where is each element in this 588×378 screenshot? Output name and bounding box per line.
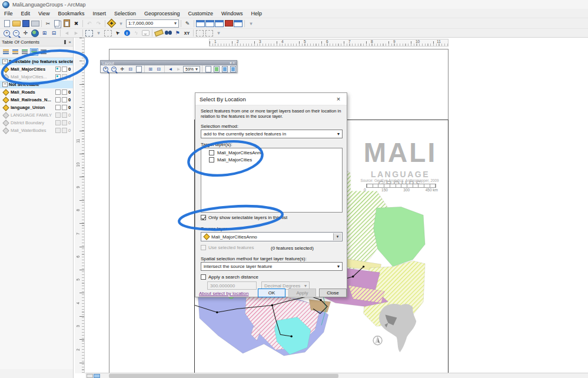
toolbar-menu-icon[interactable]: ▾ [230, 61, 231, 65]
toc-layer-district-boundary[interactable]: District Boundary 0 [0, 119, 73, 127]
toc-layer-language-union[interactable]: language_Union 0 [0, 104, 73, 111]
zoom-out-icon[interactable]: − [12, 29, 21, 37]
list-by-visibility-icon[interactable] [21, 48, 29, 56]
toc-layer-mali-waterbodies[interactable]: Mali_WaterBodies 0 [0, 127, 73, 134]
selection-toggle-icon[interactable] [55, 89, 61, 95]
list-by-drawing-order-icon[interactable] [2, 48, 10, 56]
next-extent-icon[interactable]: ► [175, 66, 182, 72]
menu-help[interactable]: Help [247, 11, 267, 16]
new-document-icon[interactable] [2, 19, 11, 28]
previous-extent-icon[interactable]: ◄ [167, 66, 174, 72]
select-features-dropdown-icon[interactable]: ▾ [94, 29, 103, 37]
selection-toggle-icon[interactable] [55, 105, 61, 110]
selection-toggle-icon[interactable] [55, 97, 61, 102]
toolbar-close-icon[interactable]: × [232, 61, 235, 65]
layout-fixed-zoom-in-icon[interactable]: ⊞ [147, 66, 154, 72]
map-scale-combo[interactable]: 1:7,000,000 ▾ [126, 19, 179, 28]
data-driven-pages-icon[interactable] [229, 66, 237, 72]
dialog-titlebar[interactable]: Select By Location × [195, 93, 347, 105]
focus-data-frame-icon[interactable] [212, 66, 220, 72]
auto-hide-pin-icon[interactable] [64, 40, 66, 44]
go-forward-extent-icon[interactable]: ► [72, 29, 81, 37]
fixed-zoom-out-icon[interactable]: ⊟ [49, 29, 58, 37]
spatial-method-combo[interactable]: intersect the source layer feature ▾ [201, 262, 343, 271]
undo-icon[interactable]: ↶ [85, 19, 94, 28]
arctoolbox-icon[interactable] [224, 19, 233, 28]
full-extent-icon[interactable] [31, 29, 39, 37]
layer-checkbox[interactable] [209, 157, 214, 163]
combo-dropdown-button[interactable]: ▾ [333, 233, 341, 240]
only-show-selectable-row[interactable]: Only show selectable layers in this list [201, 215, 287, 220]
selection-toggle-icon[interactable] [55, 74, 61, 79]
layer-checkbox[interactable] [209, 150, 214, 155]
magnifier-window-icon[interactable] [205, 29, 214, 37]
menu-windows[interactable]: Windows [217, 11, 247, 16]
zoom-100-icon[interactable] [135, 66, 142, 72]
zoom-whole-page-icon[interactable]: ⊟ [127, 66, 134, 72]
selection-method-combo[interactable]: add to the currently selected features i… [201, 130, 343, 138]
cut-icon[interactable]: ✂ [44, 19, 52, 28]
scrollbar-thumb[interactable] [109, 374, 338, 378]
identify-icon[interactable]: i [122, 29, 131, 37]
collapse-icon[interactable]: − [2, 82, 8, 87]
target-layer-item[interactable]: Mali_MajorCities [209, 157, 342, 163]
toc-layer-mali-majorcities[interactable]: Mali_MajorCities 0 [0, 65, 73, 73]
about-select-by-location-link[interactable]: About select by location [199, 291, 249, 296]
toc-layer-mali-roads[interactable]: Mali_Roads 0 [0, 88, 73, 96]
menu-insert[interactable]: Insert [88, 11, 110, 16]
data-view-button[interactable] [87, 374, 93, 378]
save-icon[interactable] [21, 19, 30, 28]
toolbar-overflow-icon[interactable]: ▾ [214, 29, 223, 37]
hyperlink-icon[interactable]: ϟ [132, 29, 141, 37]
toc-layer-mali-railroads[interactable]: Mali_Railroads_N... 0 [0, 96, 73, 104]
selection-toggle-icon[interactable] [55, 67, 61, 72]
editor-toolbar-icon[interactable]: ✎ [183, 19, 192, 28]
layout-fixed-zoom-out-icon[interactable]: ⊟ [155, 66, 162, 72]
search-window-icon[interactable] [215, 19, 224, 28]
toggle-draft-mode-icon[interactable] [204, 66, 212, 72]
measure-icon[interactable] [154, 29, 163, 37]
pan-icon[interactable]: ✛ [21, 29, 30, 37]
layout-zoom-out-icon[interactable]: − [110, 66, 118, 72]
change-layout-icon[interactable] [221, 66, 228, 72]
go-back-extent-icon[interactable]: ◄ [62, 29, 71, 37]
target-layer-item[interactable]: Mali_MajorCitiesAnno [209, 150, 342, 155]
table-of-contents-icon[interactable] [196, 19, 205, 28]
toc-options-icon[interactable] [39, 48, 48, 56]
selection-toggle-icon[interactable] [55, 120, 61, 125]
print-icon[interactable] [31, 19, 39, 28]
menu-view[interactable]: View [34, 11, 54, 16]
html-popup-icon[interactable] [141, 29, 150, 37]
menu-selection[interactable]: Selection [110, 11, 140, 16]
menu-bookmarks[interactable]: Bookmarks [54, 11, 88, 16]
list-by-selection-icon[interactable] [30, 48, 38, 56]
redo-icon[interactable]: ↷ [94, 19, 103, 28]
python-window-icon[interactable] [234, 19, 242, 28]
toolbar-overflow-icon[interactable]: ▾ [247, 19, 255, 28]
layout-pan-icon[interactable]: ✛ [118, 66, 126, 72]
list-by-source-icon[interactable] [11, 48, 19, 56]
copy-icon[interactable] [53, 19, 62, 28]
add-data-dropdown-icon[interactable]: ▾ [117, 19, 125, 28]
toc-layer-language-family[interactable]: LANGUAGE FAMILY 0 [0, 111, 73, 119]
ok-button[interactable]: OK [258, 289, 285, 297]
add-data-icon[interactable]: ✚ [107, 19, 116, 28]
toc-layer-mali-majorcitiesanno[interactable]: Mali_MajorCities... 0 [0, 73, 73, 81]
selection-toggle-icon[interactable] [55, 112, 61, 118]
source-layer-combo[interactable]: Mali_MajorCitiesAnno ▾ [201, 232, 343, 241]
layout-toolbar-titlebar[interactable]: Layout ▾ × [101, 61, 237, 65]
go-to-xy-icon[interactable]: XY [182, 29, 191, 37]
close-panel-icon[interactable]: × [68, 39, 71, 45]
toc-group-not-selectable[interactable]: − Not Selectable [0, 81, 73, 88]
search-distance-checkbox[interactable] [201, 274, 206, 280]
find-route-icon[interactable]: ⚑ [173, 29, 182, 37]
search-distance-row[interactable]: Apply a search distance [201, 274, 258, 280]
menu-customize[interactable]: Customize [184, 11, 218, 16]
menu-file[interactable]: File [0, 11, 17, 16]
toc-group-selectable[interactable]: − Selectable (no features selected) [0, 58, 73, 65]
target-layers-listbox[interactable]: Mali_MajorCitiesAnno Mali_MajorCities [201, 148, 343, 213]
only-show-selectable-checkbox[interactable] [201, 215, 206, 220]
layout-view-button[interactable] [94, 374, 100, 378]
select-features-icon[interactable] [85, 29, 94, 37]
open-icon[interactable] [12, 19, 21, 28]
